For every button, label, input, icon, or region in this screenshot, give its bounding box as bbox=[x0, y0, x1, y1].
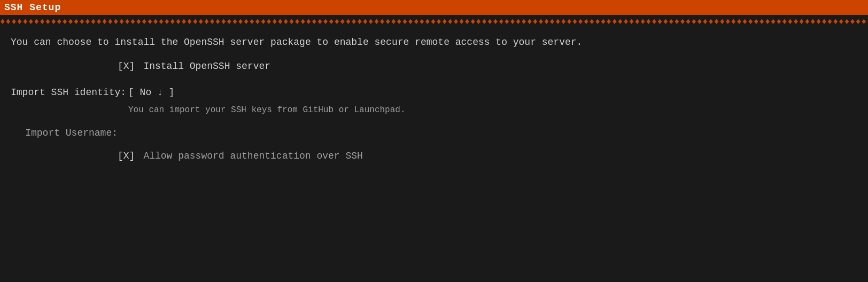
title-bar-label: SSH Setup bbox=[4, 2, 61, 13]
install-openssh-label: Install OpenSSH server bbox=[143, 59, 270, 74]
diamond-bar: ♦♦♦♦♦♦♦♦♦♦♦♦♦♦♦♦♦♦♦♦♦♦♦♦♦♦♦♦♦♦♦♦♦♦♦♦♦♦♦♦… bbox=[0, 15, 868, 29]
diamond-pattern: ♦♦♦♦♦♦♦♦♦♦♦♦♦♦♦♦♦♦♦♦♦♦♦♦♦♦♦♦♦♦♦♦♦♦♦♦♦♦♦♦… bbox=[0, 17, 868, 27]
main-content: You can choose to install the OpenSSH se… bbox=[0, 29, 868, 169]
install-openssh-checkbox[interactable]: [X] bbox=[118, 59, 135, 74]
import-username-row: Import Username: bbox=[11, 126, 857, 141]
install-openssh-row[interactable]: [X] Install OpenSSH server bbox=[118, 59, 857, 74]
title-bar: SSH Setup bbox=[0, 0, 868, 15]
import-ssh-identity-hint: You can import your SSH keys from GitHub… bbox=[128, 104, 857, 118]
import-ssh-identity-dropdown[interactable]: [ No ↓ ] bbox=[128, 85, 174, 100]
allow-password-checkbox[interactable]: [X] bbox=[118, 148, 135, 164]
import-username-label: Import Username: bbox=[11, 126, 128, 141]
allow-password-label: Allow password authentication over SSH bbox=[143, 148, 362, 164]
import-ssh-section: Import SSH identity: [ No ↓ ] You can im… bbox=[11, 85, 857, 117]
import-identity-row: Import SSH identity: [ No ↓ ] bbox=[11, 85, 857, 100]
description-text: You can choose to install the OpenSSH se… bbox=[11, 35, 857, 50]
import-ssh-identity-label: Import SSH identity: bbox=[11, 85, 128, 100]
allow-password-row[interactable]: [X] Allow password authentication over S… bbox=[118, 148, 857, 164]
